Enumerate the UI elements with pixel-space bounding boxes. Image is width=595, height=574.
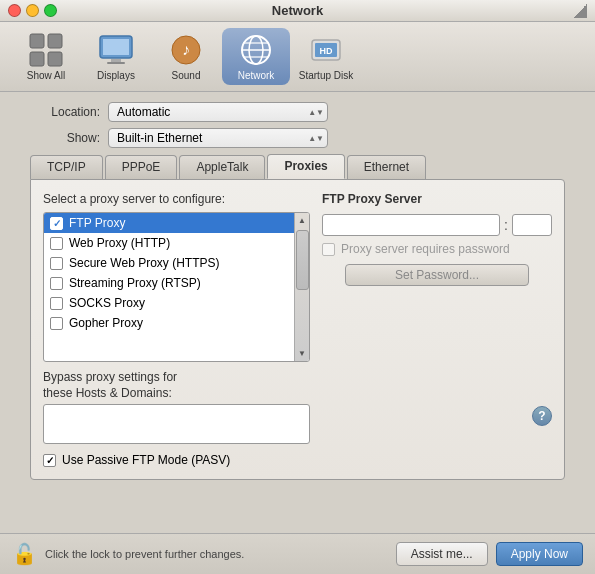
show-label: Show: — [20, 131, 100, 145]
network-icon — [238, 32, 274, 68]
bypass-area: Bypass proxy settings for these Hosts & … — [43, 370, 310, 447]
web-proxy-checkbox[interactable] — [50, 237, 63, 250]
gopher-label: Gopher Proxy — [69, 316, 143, 330]
show-select-wrapper[interactable]: Built-in Ethernet — [108, 128, 328, 148]
requires-password-label: Proxy server requires password — [341, 242, 510, 256]
maximize-button[interactable] — [44, 4, 57, 17]
socks-checkbox[interactable] — [50, 297, 63, 310]
ftp-server-input[interactable] — [322, 214, 500, 236]
minimize-button[interactable] — [26, 4, 39, 17]
show-all-label: Show All — [27, 70, 65, 81]
scroll-track — [295, 228, 309, 346]
displays-icon — [98, 32, 134, 68]
ftp-proxy-label: FTP Proxy — [69, 216, 125, 230]
resize-handle[interactable] — [573, 4, 587, 18]
window-controls[interactable] — [8, 4, 57, 17]
close-button[interactable] — [8, 4, 21, 17]
toolbar: Show All Displays ♪ Sound — [0, 22, 595, 92]
streaming-checkbox[interactable] — [50, 277, 63, 290]
show-all-icon — [28, 32, 64, 68]
lock-icon[interactable]: 🔓 — [12, 542, 37, 566]
proxy-item-ftp[interactable]: FTP Proxy — [44, 213, 294, 233]
ftp-proxy-title: FTP Proxy Server — [322, 192, 552, 206]
requires-password-row: Proxy server requires password — [322, 242, 552, 256]
ftp-proxy-checkbox[interactable] — [50, 217, 63, 230]
displays-label: Displays — [97, 70, 135, 81]
toolbar-item-displays[interactable]: Displays — [82, 28, 150, 85]
sound-icon: ♪ — [168, 32, 204, 68]
svg-rect-7 — [107, 62, 125, 64]
svg-rect-2 — [30, 52, 44, 66]
svg-text:HD: HD — [320, 46, 333, 56]
requires-password-checkbox[interactable] — [322, 243, 335, 256]
title-bar: Network — [0, 0, 595, 22]
location-label: Location: — [20, 105, 100, 119]
tab-pppoe[interactable]: PPPoE — [105, 155, 178, 179]
toolbar-item-network[interactable]: Network — [222, 28, 290, 85]
streaming-label: Streaming Proxy (RTSP) — [69, 276, 201, 290]
proxy-item-web[interactable]: Web Proxy (HTTP) — [44, 233, 294, 253]
proxy-scrollbar: ▲ ▼ — [294, 213, 309, 361]
scroll-up-arrow[interactable]: ▲ — [295, 213, 310, 228]
scroll-thumb[interactable] — [296, 230, 309, 290]
left-column: Select a proxy server to configure: FTP … — [43, 192, 310, 467]
tab-appletalk[interactable]: AppleTalk — [179, 155, 265, 179]
show-select[interactable]: Built-in Ethernet — [108, 128, 328, 148]
pasv-row: Use Passive FTP Mode (PASV) — [43, 453, 310, 467]
secure-web-label: Secure Web Proxy (HTTPS) — [69, 256, 219, 270]
window-title: Network — [272, 3, 323, 18]
location-select-wrapper[interactable]: Automatic — [108, 102, 328, 122]
toolbar-item-startup-disk[interactable]: HD Startup Disk — [292, 28, 360, 85]
scroll-down-arrow[interactable]: ▼ — [295, 346, 310, 361]
ftp-port-input[interactable] — [512, 214, 552, 236]
right-column: FTP Proxy Server : Proxy server requires… — [322, 192, 552, 467]
svg-rect-1 — [48, 34, 62, 48]
proxy-list: FTP Proxy Web Proxy (HTTP) Secure Web Pr… — [43, 212, 310, 362]
proxy-item-streaming[interactable]: Streaming Proxy (RTSP) — [44, 273, 294, 293]
proxy-item-socks[interactable]: SOCKS Proxy — [44, 293, 294, 313]
startup-disk-label: Startup Disk — [299, 70, 353, 81]
sound-label: Sound — [172, 70, 201, 81]
set-password-button[interactable]: Set Password... — [345, 264, 529, 286]
assist-me-button[interactable]: Assist me... — [396, 542, 488, 566]
svg-rect-0 — [30, 34, 44, 48]
main-content: Location: Automatic Show: Built-in Ether… — [0, 92, 595, 490]
proxy-item-gopher[interactable]: Gopher Proxy — [44, 313, 294, 333]
help-button[interactable]: ? — [532, 406, 552, 426]
pasv-label: Use Passive FTP Mode (PASV) — [62, 453, 230, 467]
proxy-item-secure-web[interactable]: Secure Web Proxy (HTTPS) — [44, 253, 294, 273]
location-row: Location: Automatic — [20, 102, 575, 122]
bottom-bar: 🔓 Click the lock to prevent further chan… — [0, 533, 595, 574]
apply-now-button[interactable]: Apply Now — [496, 542, 583, 566]
gopher-checkbox[interactable] — [50, 317, 63, 330]
toolbar-item-show-all[interactable]: Show All — [12, 28, 80, 85]
network-label: Network — [238, 70, 275, 81]
tab-proxies[interactable]: Proxies — [267, 154, 344, 179]
panel-inner: Select a proxy server to configure: FTP … — [43, 192, 552, 467]
ftp-server-row: : — [322, 214, 552, 236]
pasv-checkbox[interactable] — [43, 454, 56, 467]
bypass-label: Bypass proxy settings for these Hosts & … — [43, 370, 310, 401]
location-select[interactable]: Automatic — [108, 102, 328, 122]
svg-text:♪: ♪ — [182, 41, 190, 58]
startup-disk-icon: HD — [308, 32, 344, 68]
lock-info-text: Click the lock to prevent further change… — [45, 548, 388, 560]
toolbar-item-sound[interactable]: ♪ Sound — [152, 28, 220, 85]
svg-rect-5 — [103, 39, 129, 55]
tab-bar: TCP/IP PPPoE AppleTalk Proxies Ethernet — [20, 154, 575, 179]
proxy-list-items: FTP Proxy Web Proxy (HTTP) Secure Web Pr… — [44, 213, 294, 361]
bypass-textarea[interactable] — [43, 404, 310, 444]
svg-rect-3 — [48, 52, 62, 66]
proxy-section-title: Select a proxy server to configure: — [43, 192, 310, 206]
panel: Select a proxy server to configure: FTP … — [30, 179, 565, 480]
ftp-colon: : — [504, 217, 508, 233]
tab-ethernet[interactable]: Ethernet — [347, 155, 426, 179]
secure-web-checkbox[interactable] — [50, 257, 63, 270]
web-proxy-label: Web Proxy (HTTP) — [69, 236, 170, 250]
socks-label: SOCKS Proxy — [69, 296, 145, 310]
tab-tcpip[interactable]: TCP/IP — [30, 155, 103, 179]
show-row: Show: Built-in Ethernet — [20, 128, 575, 148]
